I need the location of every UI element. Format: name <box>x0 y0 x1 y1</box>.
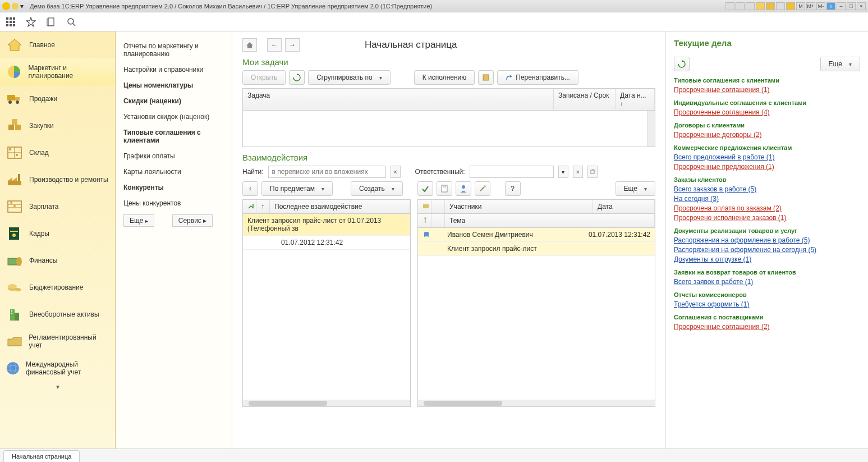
aside-link[interactable]: Распоряжения на оформление в работе (5) <box>674 236 860 244</box>
sm-settings[interactable]: Настройки и справочники <box>116 62 232 77</box>
aside-link[interactable]: Документы к отгрузке (1) <box>674 255 860 263</box>
history-icon[interactable] <box>46 17 56 27</box>
col-task[interactable]: Задача <box>243 89 554 110</box>
aside-link[interactable]: Всего заявок в работе (1) <box>674 278 860 286</box>
sidebar-item-finance[interactable]: Финансы <box>0 247 115 274</box>
resp-input[interactable] <box>470 166 554 178</box>
lp-row-1[interactable]: Клиент запросил прайс-лист от 01.07.2013… <box>243 214 410 236</box>
rp-col-topic[interactable]: Тема <box>445 214 655 227</box>
sidebar-item-production[interactable]: Производство и ремонты <box>0 166 115 193</box>
status-tab[interactable]: Начальная страница <box>3 450 80 462</box>
rp-hscroll[interactable] <box>418 400 655 406</box>
sidebar-item-warehouse[interactable]: Склад <box>0 139 115 166</box>
sidebar-scroll-down[interactable]: ▾ <box>0 382 115 392</box>
nav-back-button[interactable]: ← <box>267 38 282 52</box>
nav-forward-button[interactable]: → <box>285 38 300 52</box>
sidebar-item-marketing[interactable]: Маркетинг и планирование <box>0 58 115 85</box>
tb-m2[interactable]: M+ <box>806 2 815 10</box>
maximize-button[interactable]: □ <box>847 2 856 10</box>
rp-col-icon2[interactable] <box>431 200 445 213</box>
sm-discounts[interactable]: Скидки (наценки) <box>116 93 232 109</box>
sidebar-item-purchases[interactable]: Закупки <box>0 112 115 139</box>
group-by-button[interactable]: Сгруппировать по <box>308 70 391 85</box>
doc-button[interactable] <box>437 181 452 196</box>
close-button[interactable]: × <box>857 2 866 10</box>
tb-m1[interactable]: M <box>796 2 805 10</box>
sidebar-item-main[interactable]: Главное <box>0 31 115 58</box>
rp-col-participants[interactable]: Участники <box>445 200 593 213</box>
sidebar-item-hr[interactable]: Кадры <box>0 220 115 247</box>
sm-prices[interactable]: Цены номенклатуры <box>116 77 232 93</box>
sidebar-item-accounting[interactable]: Регламентированный учет <box>0 328 115 355</box>
help-button[interactable]: ? <box>505 181 521 196</box>
find-input[interactable] <box>268 166 386 178</box>
rp-col-icon4[interactable] <box>431 214 445 227</box>
col-date[interactable]: Дата н... ↓ <box>616 89 655 110</box>
inter-more-button[interactable]: Еще <box>616 181 655 196</box>
sm-payment[interactable]: Графики оплаты <box>116 148 232 164</box>
wand-button[interactable] <box>475 181 490 196</box>
open-button[interactable]: Открыть <box>242 70 286 85</box>
dropdown-icon[interactable]: ▾ <box>20 2 26 10</box>
tb-tool-2[interactable] <box>736 2 745 10</box>
aside-link[interactable]: Просроченные соглашения (2) <box>674 323 860 331</box>
aside-link[interactable]: Просрочено исполнение заказов (1) <box>674 214 860 222</box>
aside-link[interactable]: Просрочена оплата по заказам (2) <box>674 204 860 212</box>
col-recorded[interactable]: Записана / Срок <box>554 89 616 110</box>
search-icon[interactable] <box>66 17 76 27</box>
info-icon[interactable]: i <box>826 2 835 10</box>
rp-row-1[interactable]: Иванов Семен Дмитриевич 01.07.2013 12:31… <box>418 228 655 242</box>
by-subject-button[interactable]: По предметам <box>261 181 333 196</box>
aside-link[interactable]: Всего предложений в работе (1) <box>674 153 860 161</box>
sm-more-button[interactable]: Еще ▸ <box>123 214 154 227</box>
nav-home-button[interactable] <box>242 38 257 52</box>
tb-tool-3[interactable] <box>746 2 755 10</box>
tb-tool-7[interactable] <box>786 2 795 10</box>
sidebar-item-sales[interactable]: Продажи <box>0 85 115 112</box>
rp-col-icon1[interactable] <box>418 200 431 213</box>
inter-back[interactable]: ‹ <box>242 181 258 196</box>
tb-tool-4[interactable] <box>756 2 765 10</box>
aside-more[interactable]: Еще <box>820 57 860 71</box>
tb-tool-6[interactable] <box>776 2 785 10</box>
star-icon[interactable] <box>26 17 36 27</box>
resp-drop[interactable]: ▾ <box>558 166 568 178</box>
create-button[interactable]: Создать <box>351 181 403 196</box>
aside-link[interactable]: Просроченные предложения (1) <box>674 163 860 171</box>
lp-hscroll[interactable] <box>243 400 410 406</box>
sm-competitors[interactable]: Конкуренты <box>116 180 232 195</box>
tasks-scroll[interactable] <box>647 111 655 147</box>
check-button[interactable] <box>417 181 433 196</box>
lp-col-last[interactable]: Последнее взаимодействие <box>270 200 410 213</box>
redirect-button[interactable]: Перенаправить... <box>497 70 578 85</box>
tasks-body[interactable] <box>243 111 655 147</box>
aside-refresh[interactable] <box>674 57 690 71</box>
aside-link[interactable]: Просроченные соглашения (4) <box>674 108 860 116</box>
rp-col-icon3[interactable] <box>418 214 431 227</box>
sidebar-item-salary[interactable]: Зарплата <box>0 193 115 220</box>
rp-col-date[interactable]: Дата <box>593 200 655 213</box>
find-clear[interactable]: × <box>391 166 401 178</box>
sidebar-item-ifrs[interactable]: Международный финансовый учет <box>0 355 115 382</box>
sm-agreements[interactable]: Типовые соглашения с клиентами <box>116 125 232 148</box>
tb-tool-1[interactable] <box>725 2 734 10</box>
aside-link[interactable]: Требуется оформить (1) <box>674 300 860 308</box>
apps-icon[interactable] <box>6 17 16 27</box>
lp-col-arrow[interactable]: ↑ <box>256 200 270 213</box>
person-button[interactable] <box>456 181 471 196</box>
sidebar-item-budget[interactable]: Бюджетирование <box>0 274 115 301</box>
lp-col-icon[interactable] <box>243 200 256 213</box>
aside-link[interactable]: На сегодня (3) <box>674 195 860 203</box>
resp-clear[interactable]: × <box>573 166 583 178</box>
tb-m3[interactable]: M- <box>816 2 825 10</box>
sm-loyalty[interactable]: Карты лояльности <box>116 164 232 180</box>
sm-reports[interactable]: Отчеты по маркетингу и планированию <box>116 38 232 62</box>
tb-tool-5[interactable] <box>766 2 775 10</box>
aside-link[interactable]: Просроченные соглашения (1) <box>674 86 860 94</box>
resp-open[interactable] <box>587 166 598 178</box>
refresh-tasks-button[interactable] <box>289 70 305 85</box>
sidebar-item-assets[interactable]: Внеоборотные активы <box>0 301 115 328</box>
rp-row-2[interactable]: Клиент запросил прайс-лист <box>418 242 655 256</box>
sm-comp-prices[interactable]: Цены конкурентов <box>116 195 232 211</box>
aside-link[interactable]: Распоряжения на оформление на сегодня (5… <box>674 246 860 254</box>
